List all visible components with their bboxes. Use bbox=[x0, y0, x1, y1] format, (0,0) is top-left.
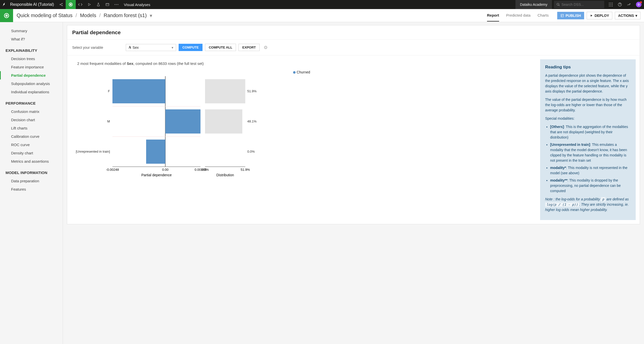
sidebar-item-partial-dependence[interactable]: Partial dependence bbox=[0, 71, 63, 79]
code-icon[interactable] bbox=[76, 0, 85, 9]
partial-dependence-chart: 51.9%F48.1%M0.0%[Unrepresented in train]… bbox=[72, 76, 531, 179]
deploy-button[interactable]: DEPLOY bbox=[587, 12, 612, 19]
variable-select[interactable]: A Sex ▾ bbox=[126, 44, 176, 51]
svg-rect-5 bbox=[106, 3, 109, 6]
compute-button[interactable]: COMPUTE bbox=[179, 44, 203, 51]
dashboard-icon bbox=[560, 14, 564, 17]
nav-crumb[interactable]: Visual Analyses bbox=[121, 3, 153, 7]
chart-caption: 2 most frequent modalities of Sex, compu… bbox=[72, 60, 531, 70]
svg-text:48.1%: 48.1% bbox=[247, 119, 257, 123]
svg-text:51.9%: 51.9% bbox=[247, 89, 257, 93]
svg-text:0.0%: 0.0% bbox=[201, 168, 209, 171]
svg-rect-32 bbox=[165, 109, 200, 134]
svg-point-2 bbox=[62, 5, 62, 6]
svg-point-21 bbox=[6, 15, 8, 16]
select-label: Select your variable bbox=[72, 46, 103, 50]
svg-point-8 bbox=[117, 4, 118, 5]
apps-icon[interactable] bbox=[606, 0, 615, 9]
sidebar-item-metrics-and-assertions[interactable]: Metrics and assertions bbox=[0, 157, 63, 165]
breadcrumb-item[interactable]: Random forest (s1) bbox=[104, 13, 147, 18]
svg-point-16 bbox=[609, 6, 610, 7]
svg-text:F: F bbox=[108, 89, 110, 93]
search-input[interactable] bbox=[561, 3, 599, 7]
tips-bullet: modality**: This modality is dropped by … bbox=[550, 178, 631, 194]
user-avatar[interactable]: D bbox=[636, 2, 641, 7]
lab-icon[interactable] bbox=[94, 0, 103, 9]
sidebar-item-features[interactable]: Features bbox=[0, 185, 63, 193]
search-box[interactable] bbox=[554, 1, 604, 8]
svg-point-6 bbox=[114, 4, 115, 5]
breadcrumb-item[interactable]: Quick modeling of Status bbox=[17, 13, 72, 18]
play-icon bbox=[590, 14, 593, 17]
flow-icon[interactable] bbox=[66, 0, 76, 9]
reading-tips: Reading tips A partial dependence plot s… bbox=[540, 59, 636, 220]
project-title[interactable]: Responsible AI (Tutorial) bbox=[9, 2, 57, 7]
tips-bullet: [Others]: This is the aggregation of the… bbox=[550, 124, 631, 140]
help-icon[interactable] bbox=[615, 0, 624, 9]
export-button[interactable]: EXPORT bbox=[238, 44, 259, 51]
svg-point-7 bbox=[116, 4, 117, 5]
sidebar-item-lift-charts[interactable]: Lift charts bbox=[0, 124, 63, 132]
svg-point-4 bbox=[70, 4, 71, 5]
svg-text:Partial dependence: Partial dependence bbox=[141, 173, 172, 177]
publish-button[interactable]: PUBLISH bbox=[557, 12, 584, 19]
compute-all-button[interactable]: COMPUTE ALL bbox=[205, 44, 236, 51]
sidebar-item-summary[interactable]: Summary bbox=[0, 27, 63, 35]
svg-point-15 bbox=[612, 4, 613, 5]
sidebar: SummaryWhat if?EXPLAINABILITYDecision tr… bbox=[0, 22, 63, 344]
sidebar-item-subpopulation-analysis[interactable]: Subpopulation analysis bbox=[0, 79, 63, 88]
sidebar-item-what-if-[interactable]: What if? bbox=[0, 35, 63, 43]
sidebar-item-decision-chart[interactable]: Decision chart bbox=[0, 116, 63, 124]
tab-predicted-data[interactable]: Predicted data bbox=[506, 10, 531, 22]
share-icon[interactable] bbox=[57, 0, 66, 9]
svg-point-13 bbox=[609, 4, 610, 5]
svg-point-9 bbox=[557, 3, 559, 5]
activity-icon[interactable] bbox=[624, 0, 633, 9]
sidebar-item-density-chart[interactable]: Density chart bbox=[0, 149, 63, 157]
svg-text:M: M bbox=[107, 119, 110, 123]
sidebar-item-feature-importance[interactable]: Feature importance bbox=[0, 63, 63, 71]
svg-point-14 bbox=[611, 4, 611, 5]
project-icon[interactable] bbox=[0, 9, 13, 22]
search-icon bbox=[556, 3, 560, 6]
sidebar-section: MODEL INFORMATION bbox=[0, 165, 63, 177]
svg-text:51.9%: 51.9% bbox=[241, 168, 250, 171]
svg-point-0 bbox=[60, 4, 60, 5]
actions-button[interactable]: ACTIONS ▾ bbox=[615, 12, 640, 19]
breadcrumb-item[interactable]: Models bbox=[80, 13, 96, 18]
breadcrumb: Quick modeling of Status / Models / Rand… bbox=[13, 13, 152, 19]
font-icon: A bbox=[129, 46, 131, 50]
svg-rect-22 bbox=[561, 14, 564, 17]
chevron-down-icon[interactable]: ▾ bbox=[150, 13, 152, 19]
svg-point-1 bbox=[62, 3, 62, 4]
play-icon[interactable] bbox=[85, 0, 94, 9]
svg-point-18 bbox=[612, 6, 613, 7]
notification-dot bbox=[640, 1, 642, 3]
svg-rect-29 bbox=[205, 79, 245, 103]
svg-rect-36 bbox=[146, 140, 165, 164]
svg-point-17 bbox=[611, 6, 611, 7]
gear-icon[interactable]: ⚙ bbox=[262, 45, 269, 50]
tab-report[interactable]: Report bbox=[487, 10, 499, 22]
svg-text:-0.00248: -0.00248 bbox=[106, 168, 119, 171]
svg-text:Distribution: Distribution bbox=[216, 173, 234, 177]
more-icon[interactable] bbox=[112, 0, 121, 9]
dashboard-icon[interactable] bbox=[103, 0, 112, 9]
svg-rect-33 bbox=[205, 109, 242, 134]
sidebar-item-calibration-curve[interactable]: Calibration curve bbox=[0, 132, 63, 141]
page-title: Partial dependence bbox=[72, 29, 635, 35]
svg-point-12 bbox=[612, 3, 613, 4]
sidebar-item-decision-trees[interactable]: Decision trees bbox=[0, 55, 63, 63]
dataiku-logo[interactable] bbox=[0, 0, 9, 9]
chevron-down-icon: ▾ bbox=[635, 14, 637, 18]
sidebar-section: PERFORMANCE bbox=[0, 96, 63, 107]
svg-text:0.00: 0.00 bbox=[162, 168, 169, 171]
sidebar-item-data-preparation[interactable]: Data preparation bbox=[0, 177, 63, 185]
tab-charts[interactable]: Charts bbox=[538, 10, 549, 22]
sidebar-item-roc-curve[interactable]: ROC curve bbox=[0, 141, 63, 149]
tips-bullet: [Unrepresented in train]: This emulates … bbox=[550, 142, 631, 163]
svg-text:[Unrepresented in train]: [Unrepresented in train] bbox=[76, 150, 110, 153]
sidebar-item-confusion-matrix[interactable]: Confusion matrix bbox=[0, 107, 63, 116]
academy-link[interactable]: Dataiku Academy bbox=[515, 0, 552, 9]
sidebar-item-individual-explanations[interactable]: Individual explanations bbox=[0, 88, 63, 96]
